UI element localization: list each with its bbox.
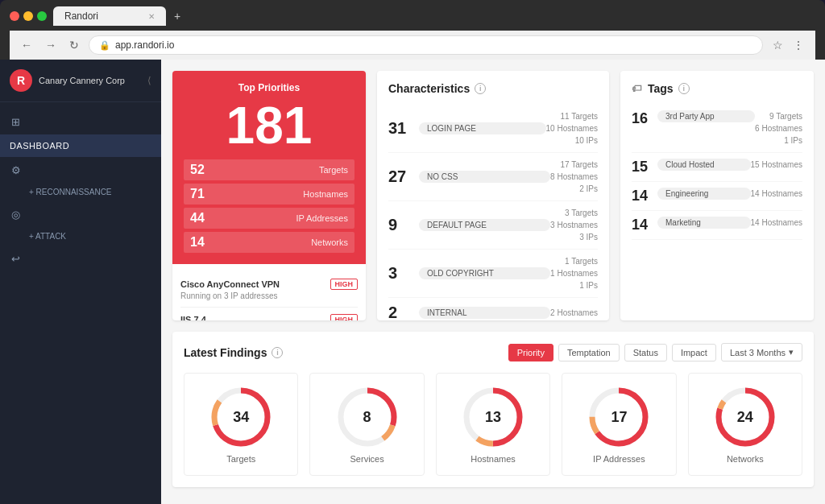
circle-card-3[interactable]: 17 IP Addresses	[562, 373, 676, 476]
donut-number-3: 17	[611, 410, 627, 424]
tag-row-2[interactable]: 14 Engineering 14 Hostnames	[632, 182, 802, 211]
filter-impact[interactable]: Impact	[672, 344, 716, 361]
tab-title: Randori	[64, 10, 98, 22]
top-priorities-number: 181	[184, 100, 354, 151]
tag-row-1[interactable]: 15 Cloud Hosted 15 Hostnames	[632, 153, 802, 182]
circle-card-0[interactable]: 34 Targets	[184, 373, 298, 476]
traffic-light-red[interactable]	[10, 11, 19, 21]
characteristics-title: Characteristics i	[388, 82, 598, 95]
refresh-button[interactable]: ↻	[66, 37, 82, 53]
donut-center-3: 17	[611, 410, 627, 424]
char-row-1[interactable]: 27 NO CSS 17 Targets 8 Hostnames 2 IPs	[388, 153, 598, 201]
char-num-3: 3	[388, 264, 412, 283]
traffic-light-green[interactable]	[37, 11, 47, 21]
sidebar-item-label-dashboard: DASHBOARD	[10, 141, 69, 151]
sidebar-item-label-recon: + RECONNAISSANCE	[29, 188, 112, 196]
metric-ips-label: IP Addresses	[296, 213, 348, 223]
donut-center-4: 24	[737, 410, 753, 424]
address-bar[interactable]: 🔒 app.randori.io	[89, 35, 763, 55]
traffic-light-yellow[interactable]	[23, 11, 33, 21]
tag-stats-3: 14 Hostnames	[751, 217, 802, 229]
tags-info-icon[interactable]: i	[678, 83, 690, 94]
main-content: Top Priorities 181 52 Targets 71 Hostnam…	[161, 60, 825, 504]
donut-number-2: 13	[485, 410, 501, 424]
sidebar-item-attack[interactable]: + ATTACK	[0, 227, 161, 246]
characteristics-info-icon[interactable]: i	[475, 83, 486, 94]
circle-label-0: Targets	[226, 454, 255, 464]
filter-temptation[interactable]: Temptation	[558, 344, 620, 361]
char-num-1: 27	[388, 167, 412, 186]
findings-info-icon[interactable]: i	[272, 347, 283, 358]
metric-ips: 44 IP Addresses	[184, 208, 354, 229]
findings-filters: Priority Temptation Status Impact Last 3…	[508, 343, 802, 361]
findings-circles: 34 Targets 8 Services 13	[184, 373, 802, 476]
char-stats-2: 3 Targets 3 Hostnames 3 IPs	[550, 207, 598, 243]
tag-badge-2: Engineering	[657, 188, 751, 200]
metric-ips-num: 44	[190, 211, 205, 225]
char-tag-4: INTERNAL	[419, 307, 550, 319]
donut-number-0: 34	[233, 410, 249, 424]
sidebar-collapse-button[interactable]: ⟨	[147, 75, 151, 86]
circle-card-1[interactable]: 8 Services	[309, 373, 424, 476]
donut-3: 17	[587, 385, 651, 449]
tag-num-0: 16	[632, 110, 653, 127]
tp-item-1[interactable]: IIS 7.4 HIGH Running on 11 IP address	[180, 308, 358, 320]
tag-row-0[interactable]: 16 3rd Party App 9 Targets 6 Hostnames 1…	[632, 105, 802, 153]
donut-1: 8	[335, 385, 400, 449]
star-button[interactable]: ☆	[769, 37, 786, 53]
tag-icon: 🏷	[632, 83, 641, 94]
tp-item-0-header: Cisco AnyConnect VPN HIGH	[180, 279, 358, 290]
donut-number-1: 8	[363, 410, 371, 424]
metric-networks-num: 14	[190, 235, 205, 250]
lock-icon: 🔒	[99, 40, 110, 51]
tp-item-1-header: IIS 7.4 HIGH	[180, 314, 358, 320]
tags-title: 🏷 Tags i	[632, 82, 802, 95]
tag-badge-0: 3rd Party App	[657, 110, 755, 122]
circle-card-4[interactable]: 24 Networks	[688, 373, 802, 476]
tp-item-1-name: IIS 7.4	[180, 315, 206, 320]
browser-tab[interactable]: Randori ✕	[53, 6, 166, 26]
circle-label-4: Networks	[727, 454, 764, 464]
char-row-3[interactable]: 3 OLD COPYRIGHT 1 Targets 1 Hostnames 1 …	[388, 250, 598, 298]
donut-center-0: 34	[233, 410, 249, 424]
back-button[interactable]: ←	[18, 37, 35, 53]
tp-item-1-badge: HIGH	[330, 314, 359, 320]
tag-stats-2: 14 Hostnames	[751, 188, 802, 200]
circle-label-2: Hostnames	[471, 454, 516, 464]
top-priorities-card: Top Priorities 181 52 Targets 71 Hostnam…	[172, 71, 366, 320]
char-row-2[interactable]: 9 DEFAULT PAGE 3 Targets 3 Hostnames 3 I…	[388, 201, 598, 250]
tag-num-1: 15	[632, 159, 653, 176]
sidebar: R Canary Cannery Corp ⟨ ⊞ DASHBOARD ⚙ + …	[0, 60, 161, 504]
char-row-4[interactable]: 2 INTERNAL 2 Hostnames	[388, 298, 598, 328]
char-stats-4: 2 Hostnames	[550, 307, 598, 319]
nav-icon-settings[interactable]: ⚙	[0, 157, 161, 183]
metric-hostnames-label: Hostnames	[303, 189, 348, 199]
nav-icon-dashboard[interactable]: ⊞	[0, 109, 161, 134]
forward-button[interactable]: →	[42, 37, 60, 53]
tab-close-button[interactable]: ✕	[148, 12, 155, 21]
top-row: Top Priorities 181 52 Targets 71 Hostnam…	[172, 71, 814, 320]
circle-card-2[interactable]: 13 Hostnames	[436, 373, 550, 476]
char-stats-1: 17 Targets 8 Hostnames 2 IPs	[550, 159, 598, 195]
sidebar-item-dashboard[interactable]: DASHBOARD	[0, 134, 161, 157]
donut-4: 24	[713, 385, 777, 449]
tag-row-3[interactable]: 14 Marketing 14 Hostnames	[632, 211, 802, 240]
menu-button[interactable]: ⋮	[790, 37, 807, 53]
time-filter-dropdown[interactable]: Last 3 Months ▾	[721, 343, 802, 361]
url-text: app.randori.io	[115, 39, 174, 51]
filter-priority[interactable]: Priority	[508, 344, 553, 361]
nav-icon-history[interactable]: ◎	[0, 201, 161, 227]
top-priorities-metrics: 52 Targets 71 Hostnames 44 IP Addresses	[184, 159, 354, 253]
char-num-0: 31	[388, 119, 412, 138]
filter-status[interactable]: Status	[624, 344, 667, 361]
sidebar-item-reconnaissance[interactable]: + RECONNAISSANCE	[0, 183, 161, 201]
metric-targets-label: Targets	[319, 165, 348, 175]
sidebar-nav: ⊞ DASHBOARD ⚙ + RECONNAISSANCE ◎ + ATTAC…	[0, 102, 161, 504]
new-tab-button[interactable]: +	[168, 6, 187, 26]
char-row-0[interactable]: 31 LOGIN PAGE 11 Targets 10 Hostnames 10…	[388, 105, 598, 153]
tp-item-0[interactable]: Cisco AnyConnect VPN HIGH Running on 3 I…	[180, 272, 358, 308]
nav-icon-return[interactable]: ↩	[0, 246, 161, 271]
donut-center-1: 8	[363, 410, 371, 424]
top-priorities-title: Top Priorities	[184, 82, 354, 93]
tag-badge-3: Marketing	[657, 217, 751, 229]
